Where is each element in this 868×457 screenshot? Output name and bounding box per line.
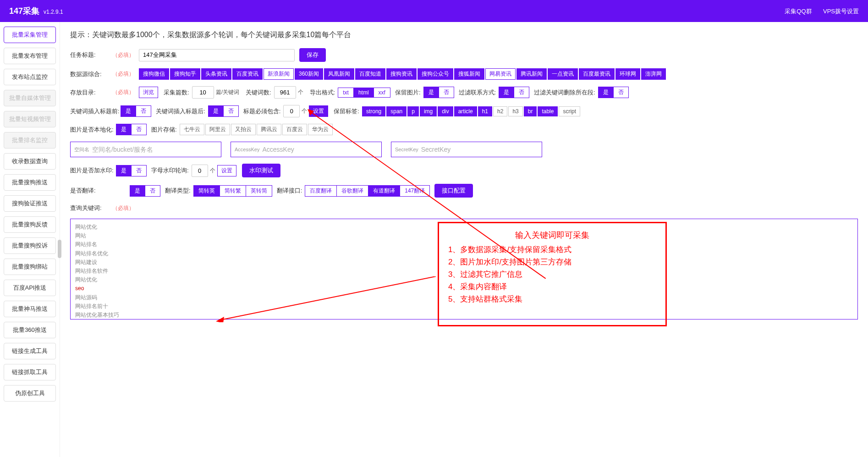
insert-pre-yes[interactable]: 是 xyxy=(121,105,136,117)
insert-post-yes[interactable]: 是 xyxy=(208,105,224,117)
translate-api-option[interactable]: 147翻译 xyxy=(400,185,430,197)
sidebar-item[interactable]: 伪原创工具 xyxy=(4,385,56,402)
keyword-line: 网站 xyxy=(75,231,853,240)
keep-tag-option[interactable]: span xyxy=(386,106,407,116)
cloud-storage-option[interactable]: 七牛云 xyxy=(180,124,204,135)
data-source-tag[interactable]: 搜狗资讯 xyxy=(386,68,417,80)
filter-kw-para-no[interactable]: 否 xyxy=(614,87,629,98)
data-source-tag[interactable]: 头条资讯 xyxy=(201,68,231,80)
save-button[interactable]: 保存 xyxy=(299,48,326,62)
cloud-storage-option[interactable]: 阿里云 xyxy=(205,124,230,135)
cloud-storage-option[interactable]: 又拍云 xyxy=(231,124,256,135)
image-local-yes[interactable]: 是 xyxy=(116,124,132,135)
data-source-tag[interactable]: 百度资讯 xyxy=(232,68,263,80)
sidebar-item[interactable]: 批量搜狗反馈 xyxy=(4,216,56,233)
image-local-no[interactable]: 否 xyxy=(132,124,147,135)
keep-tag-option[interactable]: table xyxy=(538,106,558,116)
data-source-tag[interactable]: 凤凰新闻 xyxy=(324,68,354,80)
data-source-tag[interactable]: 腾讯新闻 xyxy=(516,68,547,80)
sidebar-item[interactable]: 批量360推送 xyxy=(4,322,56,338)
watermark-no[interactable]: 否 xyxy=(132,165,147,176)
sidebar-item[interactable]: 链接抓取工具 xyxy=(4,364,56,380)
secret-key-input[interactable] xyxy=(421,146,538,153)
keep-image-no[interactable]: 否 xyxy=(439,87,454,98)
sidebar-item[interactable]: 批量搜狗投诉 xyxy=(4,237,56,254)
export-format-option[interactable]: txt xyxy=(338,88,354,98)
data-source-tag[interactable]: 网易资讯 xyxy=(485,68,516,80)
sidebar-item[interactable]: 批量采集管理 xyxy=(4,27,56,43)
keep-tag-option[interactable]: h2 xyxy=(493,106,507,116)
watermark-yes[interactable]: 是 xyxy=(116,165,132,176)
insert-post-no[interactable]: 否 xyxy=(224,105,239,117)
keep-image-yes[interactable]: 是 xyxy=(423,87,439,98)
keyword-count-input[interactable] xyxy=(274,86,296,99)
translate-no[interactable]: 否 xyxy=(145,185,160,197)
api-config-button[interactable]: 接口配置 xyxy=(434,184,473,198)
qq-group-link[interactable]: 采集QQ群 xyxy=(785,8,812,15)
keep-tag-option[interactable]: h3 xyxy=(508,106,522,116)
filter-kw-para-label: 过滤关键词删除所在段: xyxy=(534,88,595,97)
cloud-storage-option[interactable]: 腾讯云 xyxy=(257,124,281,135)
sidebar-item[interactable]: 批量神马推送 xyxy=(4,301,56,317)
translate-type-option[interactable]: 英转简 xyxy=(246,185,272,197)
sidebar-item[interactable]: 搜狗验证推送 xyxy=(4,195,56,212)
access-key-field[interactable]: AccessKey xyxy=(231,142,382,157)
insert-pre-no[interactable]: 否 xyxy=(136,105,151,117)
title-must-set-button[interactable]: 设置 xyxy=(309,105,328,117)
vps-settings-link[interactable]: VPS拨号设置 xyxy=(823,8,859,15)
translate-yes[interactable]: 是 xyxy=(130,185,145,197)
cloud-storage-option[interactable]: 百度云 xyxy=(282,124,307,135)
sidebar-item[interactable]: 批量搜狗推送 xyxy=(4,174,56,191)
keep-tag-option[interactable]: p xyxy=(407,106,419,116)
data-source-tag[interactable]: 新浪新闻 xyxy=(264,68,294,80)
sidebar-item[interactable]: 批量搜狗绑站 xyxy=(4,259,56,275)
sidebar-item[interactable]: 收录数据查询 xyxy=(4,153,56,170)
filter-kw-para-yes[interactable]: 是 xyxy=(598,87,614,98)
secret-key-field[interactable]: SecretKey xyxy=(391,142,542,157)
translate-type-option[interactable]: 简转英 xyxy=(193,185,220,197)
data-source-tag[interactable]: 搜狗知乎 xyxy=(170,68,200,80)
browse-button[interactable]: 浏览 xyxy=(139,87,158,98)
watermark-set-button[interactable]: 设置 xyxy=(217,165,236,176)
data-source-tag[interactable]: 百度知道 xyxy=(355,68,385,80)
data-source-tag[interactable]: 百度最资讯 xyxy=(579,68,615,80)
export-format-option[interactable]: html xyxy=(354,88,374,98)
keep-tag-option[interactable]: img xyxy=(420,106,437,116)
data-source-tag[interactable]: 澎湃网 xyxy=(641,68,666,80)
data-source-tag[interactable]: 搜狗公众号 xyxy=(418,68,453,80)
watermark-rot-input[interactable] xyxy=(192,165,208,177)
keep-tag-option[interactable]: article xyxy=(454,106,477,116)
collect-count-input[interactable] xyxy=(192,86,214,99)
filter-kw-para-seg: 是 否 xyxy=(598,87,629,98)
data-source-tag[interactable]: 搜狗微信 xyxy=(139,68,169,80)
access-key-input[interactable] xyxy=(262,146,378,153)
task-title-input[interactable] xyxy=(139,49,295,61)
translate-api-option[interactable]: 有道翻译 xyxy=(368,185,400,197)
keep-tag-option[interactable]: h1 xyxy=(478,106,492,116)
keywords-textarea[interactable]: 网站优化网站网站排名网站排名优化网站建设网站排名软件网站优化seo网站源码网站排… xyxy=(70,219,858,319)
sidebar-item[interactable]: 百度API推送 xyxy=(4,280,56,296)
keep-tag-option[interactable]: script xyxy=(559,106,580,116)
space-name-input[interactable] xyxy=(92,146,217,153)
cloud-storage-option[interactable]: 华为云 xyxy=(308,124,333,135)
export-format-option[interactable]: xxf xyxy=(374,88,390,98)
translate-type-option[interactable]: 简转繁 xyxy=(220,185,246,197)
translate-api-option[interactable]: 谷歌翻译 xyxy=(337,185,368,197)
filter-contact-no[interactable]: 否 xyxy=(514,87,529,98)
keep-tag-option[interactable]: strong xyxy=(362,106,385,116)
sidebar-item[interactable]: 发布站点监控 xyxy=(4,69,56,85)
data-source-tag[interactable]: 环球网 xyxy=(615,68,640,80)
sidebar-item[interactable]: 批量发布管理 xyxy=(4,48,56,64)
data-source-tag[interactable]: 搜狐新闻 xyxy=(454,68,484,80)
data-source-tag[interactable]: 一点资讯 xyxy=(548,68,578,80)
data-source-tag[interactable]: 360新闻 xyxy=(295,68,323,80)
keep-tag-option[interactable]: div xyxy=(438,106,453,116)
store-label: 存放目录: xyxy=(70,88,112,97)
space-name-field[interactable]: 空间名 xyxy=(70,142,221,157)
keep-tag-option[interactable]: br xyxy=(524,106,537,116)
filter-contact-yes[interactable]: 是 xyxy=(499,87,514,98)
watermark-test-button[interactable]: 水印测试 xyxy=(242,164,280,177)
translate-api-option[interactable]: 百度翻译 xyxy=(305,185,337,197)
title-must-input[interactable] xyxy=(283,105,300,117)
sidebar-item[interactable]: 链接生成工具 xyxy=(4,343,56,359)
